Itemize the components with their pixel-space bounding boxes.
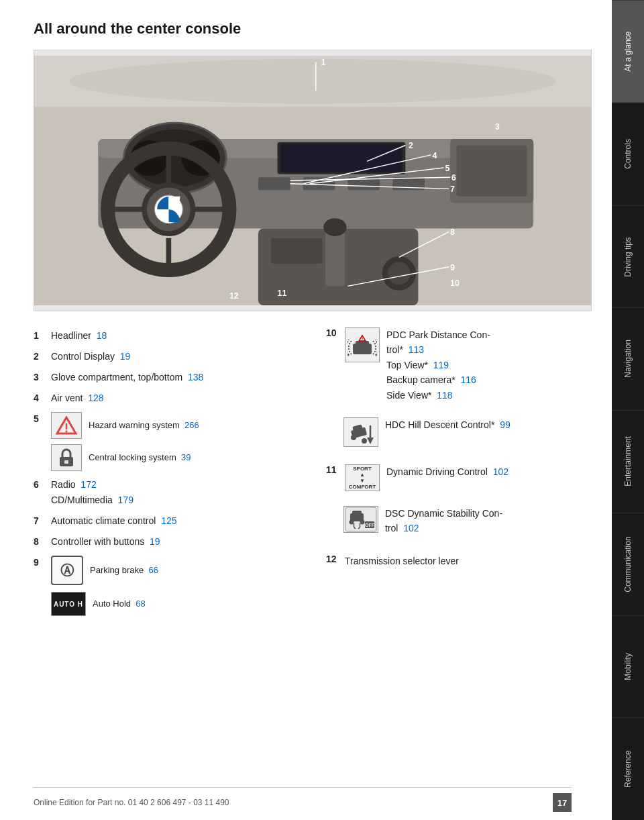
sidebar-item-at-a-glance[interactable]: At a glance: [612, 0, 644, 103]
list-item: 7 Automatic climate control 125: [34, 513, 299, 529]
svg-text:8: 8: [450, 227, 455, 237]
item-text: Headliner 18: [51, 329, 107, 343]
svg-point-53: [66, 431, 68, 433]
lock-row: Central locking system 39: [51, 444, 199, 471]
svg-rect-21: [166, 153, 172, 187]
item-text: Glove compartment, top/bottom 138: [51, 370, 203, 385]
svg-rect-24: [193, 207, 227, 212]
item-number: 7: [34, 514, 46, 528]
parking-brake-icon: Ⓐ: [51, 556, 83, 585]
item-subtext: Hazard warning system 266 Cent: [51, 412, 199, 471]
sidebar-item-navigation[interactable]: Navigation: [612, 307, 644, 410]
item-link[interactable]: 102: [493, 466, 508, 477]
hdc-text: HDC Hill Descent Control* 99: [385, 417, 511, 432]
item-number: 6: [34, 478, 46, 492]
svg-rect-55: [64, 460, 68, 464]
list-item: 4 Air vent 128: [34, 390, 299, 407]
list-item: 6 Radio 172 CD/Multimedia 179: [34, 476, 299, 509]
item-link[interactable]: 68: [136, 599, 145, 609]
main-content: All around the center console: [0, 0, 612, 820]
pdc-group: PDC Park Distance Con-trol* 113 Top View…: [345, 327, 490, 403]
sidebar-item-entertainment[interactable]: Entertainment: [612, 410, 644, 513]
item-number: 3: [34, 370, 46, 385]
item-number: 1: [34, 329, 46, 343]
item-number: 11: [326, 464, 338, 475]
svg-text:3: 3: [495, 122, 500, 132]
sidebar-item-driving-tips[interactable]: Driving tips: [612, 205, 644, 308]
item-link[interactable]: 19: [150, 536, 160, 547]
hazard-warning-icon: [51, 412, 82, 439]
svg-point-63: [362, 438, 367, 444]
footer: Online Edition for Part no. 01 40 2 606 …: [34, 787, 572, 812]
item-text: Automatic climate control 125: [51, 514, 177, 528]
item-number: 10: [326, 327, 338, 338]
pdc-text: PDC Park Distance Con-trol* 113 Top View…: [386, 327, 490, 403]
svg-text:1: 1: [321, 58, 325, 67]
svg-text:10: 10: [450, 278, 460, 288]
svg-point-30: [388, 262, 411, 285]
item-number: 8: [34, 535, 46, 549]
svg-text:12: 12: [229, 291, 239, 301]
svg-point-62: [351, 435, 356, 440]
svg-rect-27: [325, 229, 345, 287]
dsc-text: DSC Dynamic Stability Con-trol 102: [385, 506, 502, 536]
item-link[interactable]: 19: [120, 351, 131, 362]
svg-text:5: 5: [445, 164, 449, 173]
svg-rect-10: [280, 144, 402, 172]
left-column: 1 Headliner 18 2 Control Display 19 3 Gl…: [34, 327, 299, 617]
item-link[interactable]: 113: [409, 344, 424, 355]
parking-label: Parking brake 66: [90, 564, 158, 577]
item-number: 12: [326, 554, 338, 564]
svg-rect-23: [111, 207, 144, 212]
list-item: 5 Hazard warning system 266: [34, 411, 299, 472]
list-item: 8 Controller with buttons 19: [34, 533, 299, 550]
autoh-row: AUTO H Auto Hold 68: [51, 592, 158, 616]
sidebar-item-mobility[interactable]: Mobility: [612, 615, 644, 718]
item-subtext: Ⓐ Parking brake 66 AUTO H Auto Hold 68: [51, 556, 158, 616]
item-number: 5: [34, 412, 46, 426]
svg-marker-65: [367, 438, 374, 444]
item-link[interactable]: 125: [161, 515, 176, 526]
page-title: All around the center console: [34, 20, 592, 38]
svg-rect-68: [352, 511, 362, 515]
item-link[interactable]: 66: [148, 565, 158, 575]
sport-comfort-icon: SPORT ▲ ▼ COMFORT: [345, 464, 380, 491]
item-text: Transmission selector lever: [345, 554, 459, 568]
list-item: 1 Headliner 18: [34, 327, 299, 344]
svg-text:4: 4: [432, 151, 437, 160]
list-item: 3 Glove compartment, top/bottom 138: [34, 369, 299, 386]
sidebar-item-communication[interactable]: Communication: [612, 513, 644, 615]
item-link[interactable]: 39: [181, 452, 191, 462]
item-subtext: Radio 172 CD/Multimedia 179: [51, 478, 133, 507]
item-link[interactable]: 99: [500, 419, 511, 430]
list-item: OFF DSC Dynamic Stability Con-trol 102: [343, 506, 592, 536]
item-number: 9: [34, 556, 46, 570]
item-number: 2: [34, 350, 46, 364]
item-link[interactable]: 119: [433, 360, 449, 370]
ddc-group: SPORT ▲ ▼ COMFORT Dynamic Driving Contro…: [345, 464, 508, 491]
svg-rect-22: [166, 238, 172, 269]
item-link[interactable]: 179: [118, 495, 133, 505]
hdc-icon: [343, 417, 378, 447]
svg-text:OFF: OFF: [365, 523, 375, 527]
item-link[interactable]: 118: [437, 390, 452, 401]
item-text: Air vent 128: [51, 391, 104, 405]
svg-rect-57: [356, 341, 369, 346]
svg-rect-16: [457, 146, 527, 197]
item-link[interactable]: 18: [97, 330, 107, 341]
item-link[interactable]: 102: [403, 523, 419, 533]
item-link[interactable]: 128: [88, 393, 103, 403]
svg-point-70: [360, 519, 365, 524]
sidebar-item-reference[interactable]: Reference: [612, 717, 644, 820]
svg-text:2: 2: [409, 141, 413, 150]
item-text: Control Display 19: [51, 350, 130, 364]
item-link[interactable]: 266: [184, 420, 199, 430]
list-item: 9 Ⓐ Parking brake 66 AUTO H Auto Hold 68: [34, 554, 299, 617]
sidebar-item-controls[interactable]: Controls: [612, 103, 644, 205]
lock-icon: [51, 444, 82, 471]
content-grid: 1 Headliner 18 2 Control Display 19 3 Gl…: [34, 327, 592, 617]
item-link[interactable]: 172: [80, 479, 96, 490]
item-link[interactable]: 116: [461, 374, 476, 385]
item-link[interactable]: 138: [188, 372, 203, 382]
svg-point-69: [350, 519, 354, 524]
